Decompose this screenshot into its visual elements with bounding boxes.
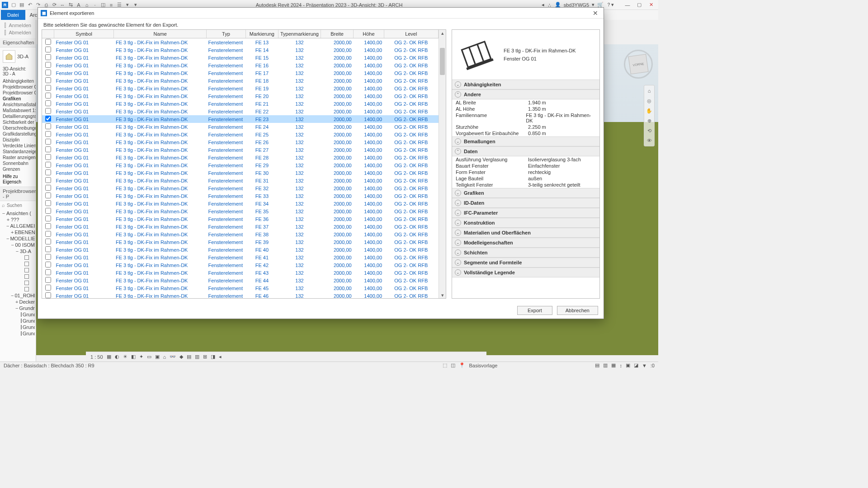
property-row[interactable]: Abhängigkeiten [0, 78, 36, 84]
tree-node[interactable]: −ALLGEMEIN [1, 223, 35, 229]
table-row[interactable]: Fenster OG 01FE 3 tlg - DK-Fix im Rahmen… [42, 230, 439, 238]
crop-view-icon[interactable]: ▭ [147, 354, 151, 360]
table-row[interactable]: Fenster OG 01FE 3 tlg - DK-Fix im Rahmen… [42, 215, 439, 223]
row-checkbox[interactable] [45, 246, 51, 252]
element-icon[interactable]: ◪ [634, 362, 638, 368]
table-row[interactable]: Fenster OG 01FE 3 tlg - DK-Fix im Rahmen… [42, 154, 439, 161]
category-header[interactable]: ⌃Daten [452, 146, 599, 156]
property-row[interactable]: Standardanzeige [0, 149, 36, 155]
user-name[interactable]: sbd3YWG5 [564, 2, 589, 8]
table-row[interactable]: Fenster OG 01FE 3 tlg - DK-Fix im Rahmen… [42, 253, 439, 261]
category-header[interactable]: ⌄Bemaßungen [452, 136, 599, 146]
table-row[interactable]: Fenster OG 01FE 3 tlg - DK-Fix im Rahmen… [42, 46, 439, 54]
signout-button[interactable]: Abmelden [3, 29, 33, 36]
row-checkbox[interactable] [45, 162, 51, 168]
row-checkbox[interactable] [45, 254, 51, 260]
row-checkbox[interactable] [45, 131, 51, 137]
table-row[interactable]: Fenster OG 01FE 3 tlg - DK-Fix im Rahmen… [42, 177, 439, 184]
tree-node[interactable]: −3D-A [1, 248, 35, 254]
row-checkbox[interactable] [45, 47, 51, 52]
category-header[interactable]: ⌄Vollständige Legende [452, 267, 599, 277]
tree-node[interactable]: −01_ROHBAU [1, 292, 35, 299]
export-button[interactable]: Export [517, 306, 552, 315]
row-checkbox[interactable] [45, 154, 51, 160]
table-row[interactable]: Fenster OG 01FE 3 tlg - DK-Fix im Rahmen… [42, 146, 439, 154]
editable-icon[interactable]: ▥ [603, 362, 608, 368]
property-row[interactable]: Raster anzeigen [0, 155, 36, 160]
select-links-icon[interactable]: ⬚ [443, 362, 447, 368]
table-row[interactable]: Fenster OG 01FE 3 tlg - DK-Fix im Rahmen… [42, 238, 439, 246]
face-icon[interactable]: ▣ [626, 362, 630, 368]
row-checkbox[interactable] [45, 208, 51, 214]
table-row[interactable]: Fenster OG 01FE 3 tlg - DK-Fix im Rahmen… [42, 246, 439, 253]
row-checkbox[interactable] [45, 185, 51, 191]
row-checkbox[interactable] [45, 116, 51, 122]
minimize-button[interactable]: — [622, 1, 633, 9]
drag-icon[interactable]: ↕ [619, 363, 622, 368]
row-checkbox[interactable] [45, 77, 51, 83]
row-checkbox[interactable] [45, 292, 51, 298]
row-checkbox[interactable] [45, 146, 51, 152]
temporary-hide-icon[interactable]: 👓 [170, 354, 176, 360]
column-header[interactable]: Typ [207, 30, 246, 38]
view-selector[interactable]: 3D-Ansicht: 3D - A [0, 66, 36, 77]
analytical-icon[interactable]: ⊞ [203, 354, 207, 360]
property-row[interactable]: Grafikdarstellung [0, 131, 36, 137]
table-row[interactable]: Fenster OG 01FE 3 tlg - DK-Fix im Rahmen… [42, 223, 439, 230]
row-checkbox[interactable] [45, 100, 51, 106]
dialog-close-button[interactable]: ✕ [590, 9, 601, 17]
property-row[interactable]: Projektbrowser G [0, 90, 36, 96]
visual-style-icon[interactable]: ◐ [115, 354, 119, 360]
property-row[interactable]: Maßstabswert 1: [0, 108, 36, 113]
category-header[interactable]: ⌄ID-Daten [452, 198, 599, 208]
row-checkbox[interactable] [45, 70, 51, 75]
table-row[interactable]: Fenster OG 01FE 3 tlg - DK-Fix im Rahmen… [42, 69, 439, 77]
property-row[interactable]: Vorgabewert für Einbauhöhe0.850 m [452, 130, 599, 136]
tree-node[interactable]: −Ansichten ( [1, 210, 35, 216]
property-row[interactable]: Teiligkeit Fenster3-teilig senkrecht get… [452, 182, 599, 188]
row-checkbox[interactable] [45, 216, 51, 221]
table-row[interactable]: Fenster OG 01FE 3 tlg - DK-Fix im Rahmen… [42, 277, 439, 284]
table-row[interactable]: Fenster OG 01FE 3 tlg - DK-Fix im Rahmen… [42, 84, 439, 92]
tree-node[interactable] [1, 254, 35, 261]
category-header[interactable]: ⌄Abhängigkeiten [452, 80, 599, 89]
table-row[interactable]: Fenster OG 01FE 3 tlg - DK-Fix im Rahmen… [42, 269, 439, 277]
table-row[interactable]: Fenster OG 01FE 3 tlg - DK-Fix im Rahmen… [42, 192, 439, 200]
row-checkbox[interactable] [45, 39, 51, 45]
row-checkbox[interactable] [45, 200, 51, 206]
column-header[interactable]: Symbol [54, 30, 113, 38]
filter-funnel-icon[interactable]: ▼ [642, 363, 647, 368]
sunpath-icon[interactable]: ☀ [123, 354, 127, 360]
table-row[interactable]: Fenster OG 01FE 3 tlg - DK-Fix im Rahmen… [42, 54, 439, 61]
tree-node[interactable]: −Grundriss [1, 305, 35, 311]
column-header[interactable]: Name [114, 30, 207, 38]
property-row[interactable]: AL Höhe1.350 m [452, 106, 599, 112]
property-row[interactable]: Lage Bauteilaußen [452, 175, 599, 182]
tree-node[interactable] [1, 261, 35, 267]
row-checkbox[interactable] [45, 277, 51, 283]
cancel-button[interactable]: Abbrechen [557, 306, 598, 315]
tree-node[interactable]: Grundriss: UG 1- UK RD [1, 324, 35, 330]
row-checkbox[interactable] [45, 93, 51, 99]
tree-node[interactable] [1, 273, 35, 280]
property-row[interactable]: Disziplin [0, 137, 36, 143]
table-row[interactable]: Fenster OG 01FE 3 tlg - DK-Fix im Rahmen… [42, 131, 439, 138]
table-row[interactable]: Fenster OG 01FE 3 tlg - DK-Fix im Rahmen… [42, 284, 439, 292]
constraints-icon[interactable]: ▥ [195, 354, 199, 360]
properties-help-link[interactable]: Hilfe zu Eigensch [3, 174, 21, 184]
table-row[interactable]: Fenster OG 01FE 3 tlg - DK-Fix im Rahmen… [42, 92, 439, 100]
property-row[interactable]: AL Breite1.940 m [452, 99, 599, 106]
table-row[interactable]: Fenster OG 01FE 3 tlg - DK-Fix im Rahmen… [42, 123, 439, 131]
qat-undo-icon[interactable]: ↶ [26, 1, 33, 9]
category-header[interactable]: ⌃Andere [452, 89, 599, 99]
nav-pan-icon[interactable]: ✋ [646, 107, 653, 114]
scroll-up-icon[interactable]: ▴ [439, 30, 446, 36]
reveal-icon[interactable]: ◂ [219, 354, 222, 360]
property-row[interactable]: Bauart FensterEinfachfenster [452, 163, 599, 169]
table-row[interactable]: Fenster OG 01FE 3 tlg - DK-Fix im Rahmen… [42, 115, 439, 123]
row-checkbox[interactable] [45, 54, 51, 60]
table-row[interactable]: Fenster OG 01FE 3 tlg - DK-Fix im Rahmen… [42, 77, 439, 84]
scroll-down-icon[interactable]: ▾ [439, 292, 446, 298]
row-checkbox[interactable] [45, 223, 51, 229]
row-checkbox[interactable] [45, 262, 51, 267]
